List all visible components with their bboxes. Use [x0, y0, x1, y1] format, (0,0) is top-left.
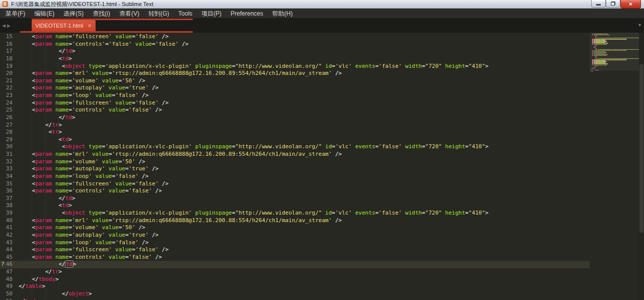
- code-line-51[interactable]: 51</body>: [0, 298, 590, 300]
- code-text: <param name='volume' value='50' />: [19, 158, 145, 166]
- code-text: <param name='volume' value='50' />: [19, 224, 145, 232]
- code-line-28[interactable]: 28 <tr>: [0, 129, 590, 136]
- minimap[interactable]: [590, 33, 639, 300]
- close-button[interactable]: ✕: [620, 0, 641, 9]
- code-line-37[interactable]: 37 </td>: [0, 195, 590, 203]
- line-number: 24: [0, 99, 19, 107]
- code-text: <param name='fullscreen' value='false' /…: [19, 246, 169, 254]
- code-text: <object type='application/x-vlc-plugin' …: [19, 143, 489, 151]
- menu-item-3[interactable]: 选择(S): [59, 9, 88, 18]
- code-line-19[interactable]: 19 <object type='application/x-vlc-plugi…: [0, 63, 590, 70]
- code-line-50[interactable]: 50 </object>: [0, 290, 590, 298]
- tab-scroll-right-icon[interactable]: ▶: [7, 23, 12, 28]
- code-line-32[interactable]: 32 <param name='volume' value='50' />: [0, 158, 590, 166]
- code-line-34[interactable]: 34 <param name='loop' value='false' />: [0, 173, 590, 180]
- code-text: </tr>: [19, 268, 62, 276]
- code-text: </td>: [19, 48, 75, 55]
- line-number: 23: [0, 92, 19, 99]
- menu-item-9[interactable]: Preferences: [226, 9, 268, 18]
- code-line-46[interactable]: 46? </td>: [0, 261, 590, 268]
- code-line-43[interactable]: 43 <param name='loop' value='false' />: [0, 239, 590, 247]
- code-line-24[interactable]: 24 <param name='fullscreen' value='false…: [0, 99, 590, 107]
- line-number: 40: [0, 217, 19, 225]
- line-number: 39: [0, 210, 19, 217]
- code-line-15[interactable]: 15 <param name='fullscreen' value='false…: [0, 33, 590, 41]
- code-text: <param name='loop' value='false' />: [19, 239, 148, 247]
- menu-item-7[interactable]: Tools: [174, 9, 197, 18]
- code-line-25[interactable]: 25 <param name='controls' value='false' …: [0, 107, 590, 114]
- line-number: 48: [0, 276, 19, 283]
- code-text: <param name='loop' value='false' />: [19, 92, 148, 99]
- code-text: <param name='autoplay' value='true' />: [19, 84, 158, 92]
- code-text: <param name='mrl' value='rtsp://admin:q6…: [19, 217, 342, 225]
- line-number: 31: [0, 151, 19, 158]
- minimize-button[interactable]: [591, 0, 606, 8]
- code-text: <param name='fullscreen' value='false' /…: [19, 33, 169, 41]
- tab-videotest-1[interactable]: VIDEOTEST-1.html ✕: [32, 20, 96, 31]
- code-editor[interactable]: 15 <param name='fullscreen' value='false…: [0, 33, 644, 300]
- code-line-27[interactable]: 27 </tr>: [0, 122, 590, 129]
- code-line-45[interactable]: 45 <param name='controls' value='false' …: [0, 254, 590, 261]
- code-line-16[interactable]: 16 <param name='controls'='false' value=…: [0, 41, 590, 48]
- code-line-22[interactable]: 22 <param name='autoplay' value='true' /…: [0, 84, 590, 92]
- menu-item-2[interactable]: 编辑(E): [30, 9, 59, 18]
- code-text: <object type='application/x-vlc-plugin' …: [19, 63, 489, 70]
- code-text: </td>: [19, 195, 75, 203]
- line-number: 51: [0, 298, 19, 300]
- code-line-17[interactable]: 17 </td>: [0, 48, 590, 55]
- code-line-26[interactable]: 26 </td>: [0, 114, 590, 122]
- menu-item-8[interactable]: 项目(P): [197, 9, 226, 18]
- code-line-23[interactable]: 23 <param name='loop' value='false' />: [0, 92, 590, 99]
- line-number: 19: [0, 63, 19, 70]
- code-text: <tr>: [19, 129, 62, 136]
- code-line-33[interactable]: 33 <param name='autoplay' value='true' /…: [0, 165, 590, 173]
- code-line-44[interactable]: 44 <param name='fullscreen' value='false…: [0, 246, 590, 254]
- code-line-21[interactable]: 21 <param name='volume' value='50' />: [0, 77, 590, 85]
- menu-item-10[interactable]: 帮助(H): [268, 9, 297, 18]
- title-bar: S F:\浏览器集成监控视频\VIDEOTEST-1.html - Sublim…: [0, 0, 644, 9]
- vertical-scrollbar[interactable]: [639, 33, 644, 300]
- code-line-38[interactable]: 38 <td>: [0, 202, 590, 210]
- menu-item-6[interactable]: 转到(G): [144, 9, 174, 18]
- code-line-20[interactable]: 20 <param name='mrl' value='rtsp://admin…: [0, 70, 590, 77]
- code-line-42[interactable]: 42 <param name='autoplay' value='true' /…: [0, 232, 590, 239]
- tab-label: VIDEOTEST-1.html: [35, 23, 83, 29]
- tab-scroll-left-icon[interactable]: ◀: [2, 23, 7, 28]
- code-line-41[interactable]: 41 <param name='volume' value='50' />: [0, 224, 590, 232]
- scrollbar-thumb[interactable]: [639, 64, 643, 233]
- line-number: 36: [0, 187, 19, 195]
- code-line-35[interactable]: 35 <param name='fullscreen' value='false…: [0, 180, 590, 188]
- code-line-31[interactable]: 31 <param name='mrl' value='rtsp://admin…: [0, 151, 590, 158]
- gutter-marker: ?: [1, 261, 5, 268]
- code-line-47[interactable]: 47 </tr>: [0, 268, 590, 276]
- code-text: </table>: [19, 283, 45, 290]
- restore-button[interactable]: [606, 0, 620, 8]
- menu-item-4[interactable]: 查找(i): [88, 9, 115, 18]
- line-number: 28: [0, 129, 19, 136]
- line-number: 38: [0, 202, 19, 210]
- code-line-18[interactable]: 18 <td>: [0, 55, 590, 63]
- minimap-line: [591, 69, 594, 69]
- code-text: </tr>: [19, 122, 62, 129]
- line-number: 30: [0, 143, 19, 151]
- code-line-30[interactable]: 30 <object type='application/x-vlc-plugi…: [0, 143, 590, 151]
- tab-close-icon[interactable]: ✕: [88, 23, 92, 29]
- code-line-40[interactable]: 40 <param name='mrl' value='rtsp://admin…: [0, 217, 590, 225]
- code-line-49[interactable]: 49</table>: [0, 283, 590, 290]
- code-line-48[interactable]: 48 </tbody>: [0, 276, 590, 283]
- tab-scroll-arrows[interactable]: ◀▶: [2, 23, 12, 28]
- line-number: 27: [0, 122, 19, 129]
- menu-item-5[interactable]: 查看(V): [115, 9, 144, 18]
- line-number: 32: [0, 158, 19, 166]
- tab-overflow-icon[interactable]: ▼: [637, 23, 642, 28]
- code-line-39[interactable]: 39 <object type='application/x-vlc-plugi…: [0, 210, 590, 217]
- code-line-29[interactable]: 29 <td>: [0, 136, 590, 144]
- line-number: 17: [0, 48, 19, 55]
- code-lines[interactable]: 15 <param name='fullscreen' value='false…: [0, 33, 590, 300]
- line-number: 20: [0, 70, 19, 77]
- menu-item-1[interactable]: 菜单(F): [1, 9, 30, 18]
- sublime-app-icon: S: [2, 1, 8, 7]
- code-text: <param name='autoplay' value='true' />: [19, 165, 158, 173]
- restore-icon: [611, 2, 615, 6]
- code-line-36[interactable]: 36 <param name='controls' value='false' …: [0, 187, 590, 195]
